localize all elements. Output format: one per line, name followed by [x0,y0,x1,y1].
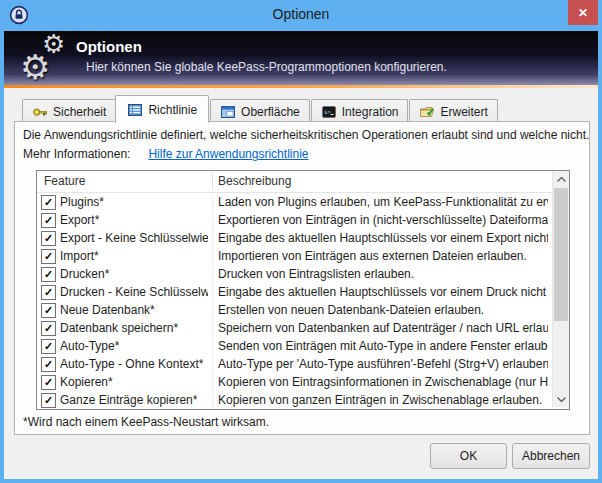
tab-strip: SicherheitRichtlinieOberfläches>Integrat… [22,95,499,123]
policy-row[interactable]: ✓Datenbank speichern*Speichern von Daten… [37,319,552,337]
row-checkbox[interactable]: ✓ [41,375,56,390]
tab-erweitert[interactable]: Erweitert [409,99,497,123]
gears-icon: ⚙ ⚙ [18,33,74,85]
policy-row[interactable]: ✓Drucken*Drucken von Eintragslisten erla… [37,265,552,283]
feature-label: Plugins* [60,195,104,209]
folder-check-icon [419,104,435,120]
policy-row[interactable]: ✓Import*Importieren von Einträgen aus ex… [37,247,552,265]
listview-rows: ✓Plugins*Laden von Plugins erlauben, um … [37,193,552,410]
tab-page-richtlinie: Die Anwendungsrichtlinie definiert, welc… [14,121,590,435]
header-banner: ⚙ ⚙ Optionen Hier können Sie globale Kee… [4,31,598,85]
row-checkbox[interactable]: ✓ [41,303,56,318]
console-icon: s> [321,104,337,120]
title-bar[interactable]: Optionen ✕ [0,0,602,31]
tab-label: Richtlinie [148,103,197,117]
key-icon [32,104,48,120]
row-checkbox[interactable]: ✓ [41,321,56,336]
row-checkbox[interactable]: ✓ [41,393,56,408]
policy-row[interactable]: ✓Kopieren*Kopieren von Eintragsinformati… [37,373,552,391]
policy-listview[interactable]: Feature Beschreibung ✓Plugins*Laden von … [36,170,570,410]
description-label: Speichern von Datenbanken auf Datenträge… [218,321,548,335]
policy-row[interactable]: ✓Export - Keine Schlüsselwiede...Eingabe… [37,229,552,247]
policy-row[interactable]: ✓Neue Datenbank*Erstellen von neuen Date… [37,301,552,319]
row-checkbox[interactable]: ✓ [41,249,56,264]
tab-oberfläche[interactable]: Oberfläche [210,99,310,123]
feature-label: Neue Datenbank* [60,303,155,317]
policy-row[interactable]: ✓Plugins*Laden von Plugins erlauben, um … [37,193,552,211]
close-button[interactable]: ✕ [568,0,598,25]
restart-footnote: *Wird nach einem KeePass-Neustart wirksa… [23,415,269,429]
description-label: Eingabe des aktuellen Hauptschlüssels vo… [218,231,548,245]
description-label: Kopieren von Eintragsinformationen in Zw… [218,375,548,389]
feature-label: Auto-Type* [60,339,119,353]
tab-integration[interactable]: s>Integration [311,99,409,123]
policy-help-link[interactable]: Hilfe zur Anwendungsrichtlinie [148,147,308,161]
dialog-body: SicherheitRichtlinieOberfläches>Integrat… [4,88,598,479]
feature-label: Import* [60,249,99,263]
row-checkbox[interactable]: ✓ [41,195,56,210]
row-checkbox[interactable]: ✓ [41,231,56,246]
policy-row[interactable]: ✓Export*Exportieren von Einträgen in (ni… [37,211,552,229]
description-label: Importieren von Einträgen aus externen D… [218,249,527,263]
vertical-scrollbar[interactable] [552,171,569,407]
list-icon [127,102,143,118]
feature-label: Export* [60,213,99,227]
description-label: Drucken von Eintragslisten erlauben. [218,267,414,281]
svg-text:s>: s> [324,107,332,114]
tab-richtlinie[interactable]: Richtlinie [115,95,209,123]
ok-button[interactable]: OK [430,443,507,469]
scroll-up-icon[interactable] [553,171,569,187]
row-checkbox[interactable]: ✓ [41,285,56,300]
listview-header[interactable]: Feature Beschreibung [37,171,552,193]
feature-label: Datenbank speichern* [60,321,178,335]
feature-label: Kopieren* [60,375,113,389]
column-description[interactable]: Beschreibung [218,174,291,188]
more-info-label: Mehr Informationen: [23,147,130,161]
cancel-button[interactable]: Abbrechen [512,443,590,469]
description-label: Erstellen von neuen Datenbank-Dateien er… [218,303,484,317]
feature-label: Ganze Einträge kopieren* [60,393,197,407]
row-checkbox[interactable]: ✓ [41,339,56,354]
tab-sicherheit[interactable]: Sicherheit [22,99,116,123]
description-label: Auto-Type per 'Auto-Type ausführen'-Befe… [218,357,548,371]
policy-row[interactable]: ✓Auto-Type*Senden von Einträgen mit Auto… [37,337,552,355]
policy-intro-text: Die Anwendungsrichtlinie definiert, welc… [23,128,589,142]
scroll-down-icon[interactable] [553,391,569,407]
policy-row[interactable]: ✓Ganze Einträge kopieren*Kopieren von ga… [37,391,552,409]
feature-label: Drucken - Keine Schlüsselwie... [60,285,208,299]
feature-label: Export - Keine Schlüsselwiede... [60,231,208,245]
tab-label: Integration [342,105,399,119]
tab-label: Erweitert [440,105,487,119]
row-checkbox[interactable]: ✓ [41,357,56,372]
window-icon [220,104,236,120]
policy-row[interactable]: ✓Drag&Drop*Senden von Informationen durc… [37,409,552,410]
tab-label: Oberfläche [241,105,300,119]
column-feature[interactable]: Feature [44,174,85,188]
description-label: Senden von Einträgen mit Auto-Type in an… [218,339,548,353]
description-label: Exportieren von Einträgen in (nicht-vers… [218,213,548,227]
scrollbar-thumb[interactable] [554,188,568,321]
options-dialog: Optionen ✕ ⚙ ⚙ Optionen Hier können Sie … [0,0,602,483]
row-checkbox[interactable]: ✓ [41,267,56,282]
description-label: Laden von Plugins erlauben, um KeePass-F… [218,195,548,209]
policy-row[interactable]: ✓Auto-Type - Ohne Kontext*Auto-Type per … [37,355,552,373]
tab-label: Sicherheit [53,105,106,119]
description-label: Kopieren von ganzen Einträgen in Zwische… [218,393,542,407]
policy-row[interactable]: ✓Drucken - Keine Schlüsselwie...Eingabe … [37,283,552,301]
column-divider[interactable] [212,173,213,190]
row-checkbox[interactable]: ✓ [41,213,56,228]
feature-label: Auto-Type - Ohne Kontext* [60,357,203,371]
feature-label: Drucken* [60,267,109,281]
banner-title: Optionen [76,38,142,55]
description-label: Eingabe des aktuellen Hauptschlüssels vo… [218,285,548,299]
window-title: Optionen [0,6,602,22]
banner-subtitle: Hier können Sie globale KeePass-Programm… [86,60,447,74]
